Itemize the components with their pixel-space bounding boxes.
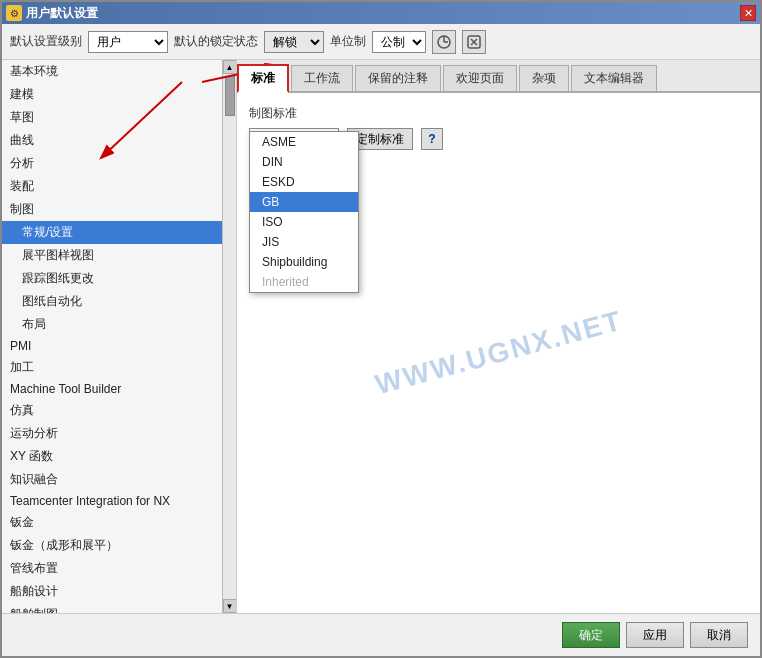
sidebar-items: 基本环境建模草图曲线分析装配制图常规/设置展平图样视图跟踪图纸更改图纸自动化布局… — [2, 60, 222, 613]
dropdown-item-3[interactable]: GB — [250, 192, 358, 212]
ok-button[interactable]: 确定 — [562, 622, 620, 648]
title-bar-left: ⚙ 用户默认设置 — [6, 5, 98, 22]
dropdown-item-2[interactable]: ESKD — [250, 172, 358, 192]
tab-2[interactable]: 保留的注释 — [355, 65, 441, 91]
sidebar-item-17[interactable]: XY 函数 — [2, 445, 222, 468]
sidebar-item-19[interactable]: Teamcenter Integration for NX — [2, 491, 222, 511]
window-title: 用户默认设置 — [26, 5, 98, 22]
sidebar-item-22[interactable]: 管线布置 — [2, 557, 222, 580]
sidebar-item-24[interactable]: 船舶制图 — [2, 603, 222, 613]
scroll-thumb[interactable] — [225, 76, 235, 116]
title-bar: ⚙ 用户默认设置 ✕ — [2, 2, 760, 24]
sidebar-item-13[interactable]: 加工 — [2, 356, 222, 379]
sidebar-item-4[interactable]: 分析 — [2, 152, 222, 175]
scroll-down[interactable]: ▼ — [223, 599, 237, 613]
lock-label: 默认的锁定状态 — [174, 33, 258, 50]
sidebar-item-5[interactable]: 装配 — [2, 175, 222, 198]
dropdown-overlay: ASMEDINESKDGBISOJISShipbuildingInherited — [249, 131, 359, 293]
sidebar-item-18[interactable]: 知识融合 — [2, 468, 222, 491]
sidebar-item-11[interactable]: 布局 — [2, 313, 222, 336]
scroll-up[interactable]: ▲ — [223, 60, 237, 74]
sidebar-item-8[interactable]: 展平图样视图 — [2, 244, 222, 267]
sidebar-item-16[interactable]: 运动分析 — [2, 422, 222, 445]
sidebar-item-0[interactable]: 基本环境 — [2, 60, 222, 83]
sidebar-item-12[interactable]: PMI — [2, 336, 222, 356]
tab-content: 制图标准 GB ▼ 定制标准 ? ASMEDINESKDGBISOJISShip… — [237, 93, 760, 613]
watermark: WWW.UGNX.NET — [372, 305, 626, 402]
sidebar-item-6[interactable]: 制图 — [2, 198, 222, 221]
sidebar-item-20[interactable]: 钣金 — [2, 511, 222, 534]
sidebar-scrollbar[interactable]: ▲ ▼ — [222, 60, 236, 613]
tab-5[interactable]: 文本编辑器 — [571, 65, 657, 91]
tab-4[interactable]: 杂项 — [519, 65, 569, 91]
tab-3[interactable]: 欢迎页面 — [443, 65, 517, 91]
lock-select[interactable]: 解锁 — [264, 31, 324, 53]
sidebar-item-1[interactable]: 建模 — [2, 83, 222, 106]
main-window: ⚙ 用户默认设置 ✕ 默认设置级别 用户 默认的锁定状态 解锁 单位制 公制 基… — [0, 0, 762, 658]
dropdown-item-6[interactable]: Shipbuilding — [250, 252, 358, 272]
sidebar-item-10[interactable]: 图纸自动化 — [2, 290, 222, 313]
sidebar-item-14[interactable]: Machine Tool Builder — [2, 379, 222, 399]
sidebar-item-2[interactable]: 草图 — [2, 106, 222, 129]
dropdown-item-0[interactable]: ASME — [250, 132, 358, 152]
dropdown-item-5[interactable]: JIS — [250, 232, 358, 252]
sidebar-item-3[interactable]: 曲线 — [2, 129, 222, 152]
main-content: 基本环境建模草图曲线分析装配制图常规/设置展平图样视图跟踪图纸更改图纸自动化布局… — [2, 60, 760, 613]
sidebar-item-23[interactable]: 船舶设计 — [2, 580, 222, 603]
dropdown-item-1[interactable]: DIN — [250, 152, 358, 172]
app-icon: ⚙ — [6, 5, 22, 21]
footer: 确定 应用 取消 — [2, 613, 760, 656]
cancel-button[interactable]: 取消 — [690, 622, 748, 648]
tab-1[interactable]: 工作流 — [291, 65, 353, 91]
toolbar: 默认设置级别 用户 默认的锁定状态 解锁 单位制 公制 — [2, 24, 760, 60]
sidebar-item-7[interactable]: 常规/设置 — [2, 221, 222, 244]
drawing-standard-label: 制图标准 — [249, 105, 748, 122]
sidebar-item-21[interactable]: 钣金（成形和展平） — [2, 534, 222, 557]
dropdown-item-7[interactable]: Inherited — [250, 272, 358, 292]
tabs-row: 标准工作流保留的注释欢迎页面杂项文本编辑器 — [237, 60, 760, 93]
unit-label: 单位制 — [330, 33, 366, 50]
level-select[interactable]: 用户 — [88, 31, 168, 53]
content-area: 标准工作流保留的注释欢迎页面杂项文本编辑器 制图标准 GB ▼ 定制标准 ? — [237, 60, 760, 613]
tool-icon-1[interactable] — [432, 30, 456, 54]
level-label: 默认设置级别 — [10, 33, 82, 50]
tool-icon-2[interactable] — [462, 30, 486, 54]
tab-0[interactable]: 标准 — [237, 64, 289, 93]
sidebar-item-15[interactable]: 仿真 — [2, 399, 222, 422]
sidebar: 基本环境建模草图曲线分析装配制图常规/设置展平图样视图跟踪图纸更改图纸自动化布局… — [2, 60, 237, 613]
sidebar-item-9[interactable]: 跟踪图纸更改 — [2, 267, 222, 290]
close-button[interactable]: ✕ — [740, 5, 756, 21]
unit-select[interactable]: 公制 — [372, 31, 426, 53]
help-button[interactable]: ? — [421, 128, 443, 150]
apply-button[interactable]: 应用 — [626, 622, 684, 648]
dropdown-item-4[interactable]: ISO — [250, 212, 358, 232]
